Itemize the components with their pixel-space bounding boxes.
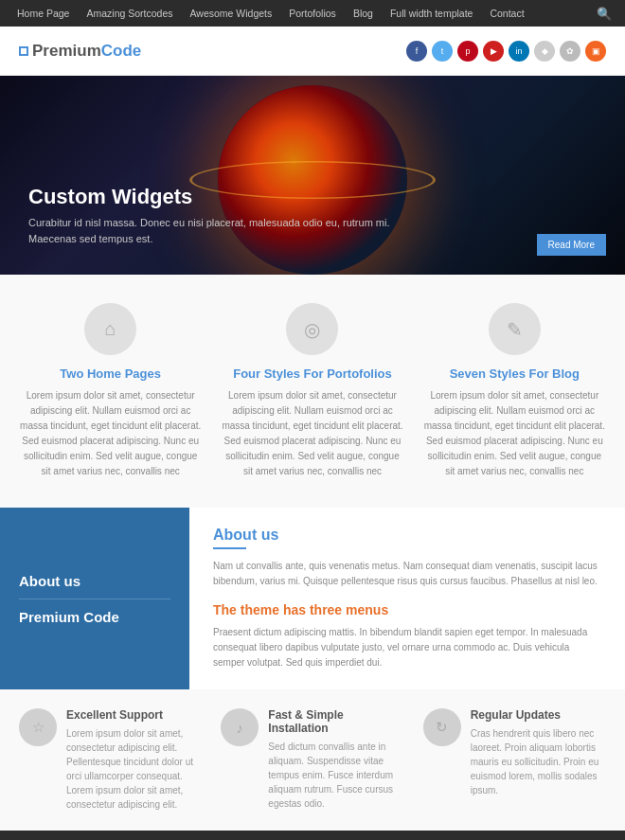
support-text-1: Lorem ipsum dolor sit amet, consectetur …	[66, 726, 202, 812]
nav-fullwidth[interactable]: Full width template	[383, 0, 481, 27]
search-icon[interactable]: 🔍	[593, 3, 616, 25]
feature-3-text: Lorem ipsum dolor sit amet, consectetur …	[423, 388, 606, 479]
home-icon: ⌂	[84, 303, 136, 355]
twitter-icon[interactable]: t	[432, 41, 453, 62]
nav-blog[interactable]: Blog	[346, 0, 381, 27]
nav-bar: Home Page Amazing Sortcodes Awesome Widg…	[0, 0, 625, 27]
nav-widgets[interactable]: Awesome Widgets	[183, 0, 280, 27]
support-title-2: Fast & Simple Installation	[268, 708, 403, 735]
support-text-3: Cras hendrerit quis libero nec laoreet. …	[471, 726, 606, 797]
pencil-icon: ✎	[489, 303, 541, 355]
misc-icon1[interactable]: ◆	[534, 41, 555, 62]
logo-code-text: Code	[101, 42, 142, 61]
about-us-sidebar-item[interactable]: About us	[19, 563, 170, 599]
about-section: About us Premium Code About us Nam ut co…	[0, 508, 625, 689]
feature-2-title: Four Styles For Portofolios	[221, 366, 403, 381]
site-header: Premium Code f t p ▶ in ◆ ✿ ▣	[0, 27, 625, 76]
facebook-icon[interactable]: f	[406, 41, 427, 62]
support-item-3-content: Regular Updates Cras hendrerit quis libe…	[471, 708, 606, 797]
youtube-icon[interactable]: ▶	[483, 41, 504, 62]
support-text-2: Sed dictum convallis ante in aliquam. Su…	[268, 740, 403, 811]
about-heading: About us	[213, 527, 601, 544]
about-content: About us Nam ut convallis ante, quis ven…	[189, 508, 625, 689]
support-title-1: Excellent Support	[66, 708, 202, 722]
nav-home[interactable]: Home Page	[9, 0, 77, 27]
about-text-1: Nam ut convallis ante, quis venenatis me…	[213, 559, 601, 589]
nav-links: Home Page Amazing Sortcodes Awesome Widg…	[9, 0, 532, 27]
support-item-2: ♪ Fast & Simple Installation Sed dictum …	[221, 708, 403, 812]
support-item-1-content: Excellent Support Lorem ipsum dolor sit …	[66, 708, 202, 812]
logo-premium-text: Premium	[32, 42, 101, 61]
hero-section: Custom Widgets Curabitur id nisl massa. …	[0, 76, 625, 275]
feature-3-title: Seven Styles For Blog	[423, 366, 606, 381]
premium-code-sidebar-item[interactable]: Premium Code	[19, 599, 170, 634]
pinterest-icon[interactable]: p	[457, 41, 478, 62]
nav-contact[interactable]: Contact	[482, 0, 531, 27]
support-section: ☆ Excellent Support Lorem ipsum dolor si…	[0, 689, 625, 831]
misc-icon2[interactable]: ✿	[560, 41, 580, 62]
support-item-3: ↻ Regular Updates Cras hendrerit quis li…	[423, 708, 606, 812]
site-footer: Premium Code Lorem ipsum dolor sit amet,…	[0, 831, 625, 840]
feature-1-title: Two Home Pages	[19, 366, 202, 381]
support-item-1: ☆ Excellent Support Lorem ipsum dolor si…	[19, 708, 202, 812]
features-section: ⌂ Two Home Pages Lorem ipsum dolor sit a…	[0, 275, 625, 508]
eye-icon: ◎	[286, 303, 338, 355]
support-icon-3: ↻	[423, 708, 461, 746]
rss-icon[interactable]: ▣	[585, 41, 606, 62]
nav-sortcodes[interactable]: Amazing Sortcodes	[79, 0, 180, 27]
hero-read-more-button[interactable]: Read More	[537, 234, 606, 256]
hero-subtitle: Curabitur id nisl massa. Donec eu nisi p…	[28, 215, 426, 246]
nav-portofolios[interactable]: Portofolios	[281, 0, 344, 27]
support-icon-1: ☆	[19, 708, 57, 746]
hero-title: Custom Widgets	[28, 185, 597, 209]
feature-2-text: Lorem ipsum dolor sit amet, consectetur …	[221, 388, 403, 479]
about-divider	[213, 547, 246, 549]
logo-square-icon	[19, 46, 28, 56]
social-icons-header: f t p ▶ in ◆ ✿ ▣	[406, 41, 606, 62]
feature-3: ✎ Seven Styles For Blog Lorem ipsum dolo…	[423, 303, 606, 479]
linkedin-icon[interactable]: in	[509, 41, 529, 62]
about-text-2: Praesent dictum adipiscing mattis. In bi…	[213, 625, 601, 670]
about-subheading: The theme has three menus	[213, 602, 601, 617]
support-item-2-content: Fast & Simple Installation Sed dictum co…	[268, 708, 403, 811]
hero-content: Custom Widgets Curabitur id nisl massa. …	[28, 185, 597, 246]
about-sidebar: About us Premium Code	[0, 508, 189, 689]
site-logo: Premium Code	[19, 42, 141, 61]
feature-1-text: Lorem ipsum dolor sit amet, consectetur …	[19, 388, 202, 479]
feature-2: ◎ Four Styles For Portofolios Lorem ipsu…	[221, 303, 403, 479]
support-title-3: Regular Updates	[471, 708, 606, 722]
support-icon-2: ♪	[221, 708, 259, 746]
feature-1: ⌂ Two Home Pages Lorem ipsum dolor sit a…	[19, 303, 202, 479]
